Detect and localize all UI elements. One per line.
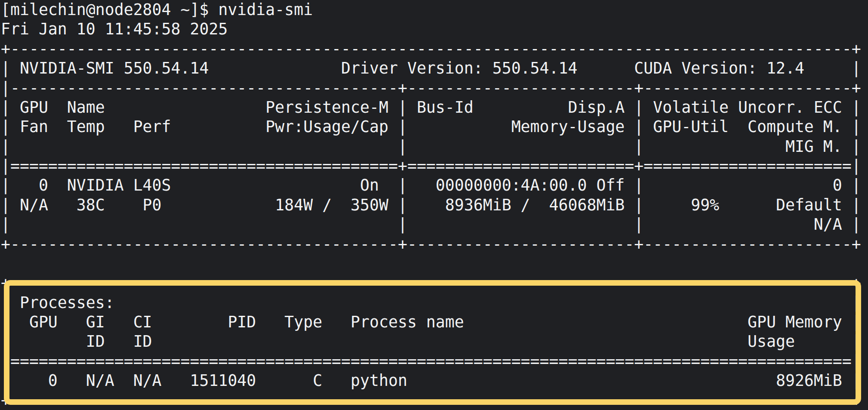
gpu-table-header-row-3: | | | MIG M. | [1, 137, 868, 156]
process-table-separator: |=======================================… [1, 351, 868, 371]
blank-line [1, 254, 868, 273]
process-table-top-border: +---------------------------------------… [1, 273, 868, 293]
process-table-title-row: | Processes: | [1, 293, 868, 312]
gpu-table-bottom-border: +---------------------------------------… [1, 234, 868, 254]
gpu-table-header-row-2: | Fan Temp Perf Pwr:Usage/Cap | Memory-U… [1, 117, 868, 136]
terminal-window[interactable]: [milechin@node2804 ~]$ nvidia-smi Fri Ja… [0, 0, 868, 410]
gpu-data-row-3: | | | N/A | [1, 215, 868, 234]
process-data-row: | 0 N/A N/A 1511040 C python 8926MiB | [1, 371, 868, 390]
gpu-data-row-1: | 0 NVIDIA L40S On | 00000000:4A:00.0 Of… [1, 176, 868, 195]
process-table-bottom-border: +---------------------------------------… [1, 391, 868, 410]
shell-prompt-line: [milechin@node2804 ~]$ nvidia-smi [1, 0, 868, 19]
process-table-header-row-2: | ID ID Usage | [1, 332, 868, 351]
gpu-table-version-row: | NVIDIA-SMI 550.54.14 Driver Version: 5… [1, 59, 868, 78]
gpu-table-header-divider: |---------------------------------------… [1, 78, 868, 98]
timestamp-line: Fri Jan 10 11:45:58 2025 [1, 19, 868, 39]
gpu-table-top-border: +---------------------------------------… [1, 39, 868, 59]
gpu-data-row-2: | N/A 38C P0 184W / 350W | 8936MiB / 460… [1, 195, 868, 215]
gpu-table-header-row-1: | GPU Name Persistence-M | Bus-Id Disp.A… [1, 98, 868, 117]
process-table-header-row-1: | GPU GI CI PID Type Process name GPU Me… [1, 312, 868, 332]
gpu-table-separator: |=======================================… [1, 156, 868, 176]
